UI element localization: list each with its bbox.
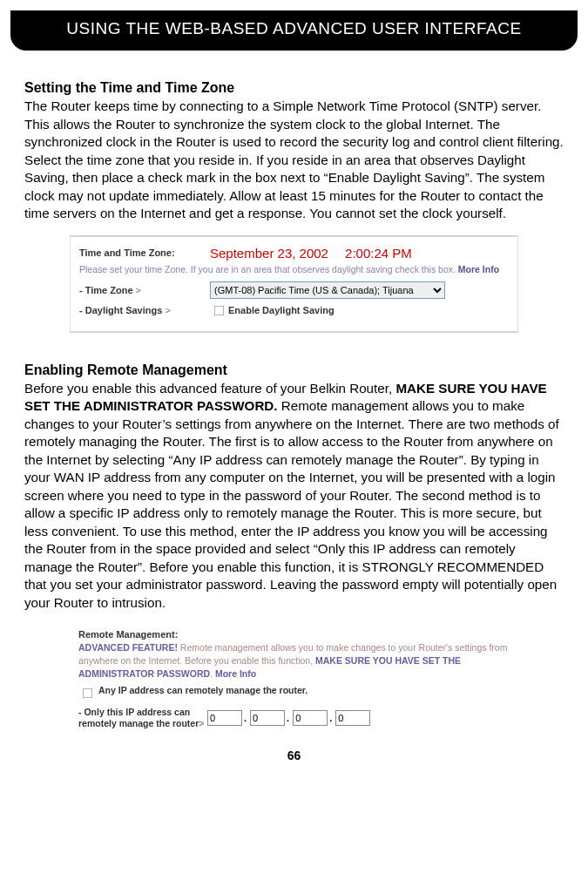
any-ip-checkbox[interactable]	[83, 688, 93, 699]
timezone-select[interactable]: (GMT-08) Pacific Time (US & Canada); Tij…	[210, 281, 445, 299]
ip-dot: .	[329, 713, 332, 723]
page-number: 66	[24, 748, 564, 762]
time-zone-row-label: Time and Time Zone:	[79, 247, 210, 258]
ip-input-group: . . .	[207, 710, 370, 726]
adv-feature-lead: ADVANCED FEATURE!	[78, 642, 178, 653]
ip-octet-1[interactable]	[207, 710, 242, 726]
ip-octet-2[interactable]	[250, 710, 285, 726]
timezone-label: - Time Zone >	[79, 285, 210, 295]
current-datetime: September 23, 2002 2:00:24 PM	[210, 246, 412, 261]
more-info-link[interactable]: More Info	[458, 264, 499, 274]
daylight-label-text: - Daylight Savings	[79, 305, 162, 315]
time-zone-panel: Time and Time Zone: September 23, 2002 2…	[70, 235, 518, 333]
section2-body-pre: Before you enable this advanced feature …	[24, 381, 395, 396]
chevron-right-icon: >	[136, 285, 141, 295]
daylight-checkbox[interactable]	[214, 305, 225, 315]
ip-octet-4[interactable]	[335, 710, 370, 726]
page-content: Setting the Time and Time Zone The Route…	[0, 80, 588, 762]
chevron-right-icon: >	[165, 305, 170, 315]
only-ip-label: - Only this IP address can remotely mana…	[78, 707, 207, 728]
time-zone-helper-text: Please set your time Zone. If you are in…	[79, 264, 456, 274]
remote-title: Remote Management:	[78, 629, 510, 640]
section2-title: Enabling Remote Management	[24, 362, 564, 378]
daylight-label: - Daylight Savings >	[79, 305, 210, 315]
daylight-checkbox-wrap[interactable]: Enable Daylight Saving	[210, 302, 335, 319]
remote-more-info-link[interactable]: More Info	[215, 668, 256, 679]
remote-management-panel: Remote Management: ADVANCED FEATURE! Rem…	[70, 624, 518, 737]
ip-dot: .	[287, 713, 289, 723]
section1-body: The Router keeps time by connecting to a…	[24, 98, 564, 223]
any-ip-label: Any IP address can remotely manage the r…	[98, 685, 308, 695]
only-ip-label-text: - Only this IP address can remotely mana…	[78, 707, 199, 728]
daylight-checkbox-label: Enable Daylight Saving	[228, 305, 335, 315]
section2-body-post: Remote management allows you to make cha…	[24, 398, 559, 610]
timezone-label-text: - Time Zone	[79, 285, 133, 295]
chevron-right-icon: >	[199, 718, 204, 728]
ip-octet-3[interactable]	[293, 710, 328, 726]
section2-body: Before you enable this advanced feature …	[24, 380, 564, 613]
time-zone-helper: Please set your time Zone. If you are in…	[79, 264, 509, 274]
ip-dot: .	[244, 713, 247, 723]
remote-adv-line: ADVANCED FEATURE! Remote management allo…	[78, 641, 510, 680]
section1-title: Setting the Time and Time Zone	[24, 80, 564, 96]
page-header: USING THE WEB-BASED ADVANCED USER INTERF…	[10, 10, 578, 51]
